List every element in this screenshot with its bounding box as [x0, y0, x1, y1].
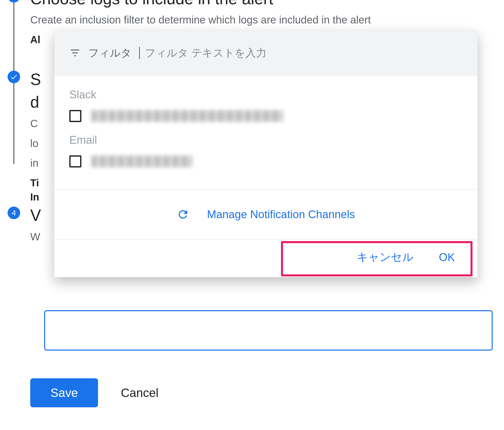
email-channel-redacted-label	[91, 156, 192, 167]
step-1-desc: Create an inclusion filter to determine …	[30, 13, 496, 27]
selection-outline	[44, 310, 493, 351]
notification-channels-modal: フィルタ Slack Email Manage Notification Cha…	[54, 30, 478, 277]
email-channel-row	[69, 155, 462, 167]
step-1-checkmark-icon	[8, 0, 20, 3]
step-1-title: Choose logs to include in the alert	[30, 0, 496, 8]
section-slack-header: Slack	[69, 88, 462, 101]
filter-input[interactable]	[139, 47, 462, 59]
modal-cancel-button[interactable]: キャンセル	[357, 250, 414, 265]
filter-icon	[69, 47, 81, 59]
step-2-checkmark-icon	[8, 71, 20, 83]
slack-channel-redacted-label	[91, 110, 283, 122]
step-4-number: 4	[8, 207, 20, 219]
refresh-icon[interactable]	[177, 208, 189, 221]
email-channel-checkbox[interactable]	[69, 155, 81, 167]
save-button[interactable]: Save	[30, 378, 98, 407]
manage-notification-channels-link[interactable]: Manage Notification Channels	[207, 208, 355, 221]
cancel-button[interactable]: Cancel	[121, 386, 158, 400]
slack-channel-row	[69, 110, 462, 122]
section-email-header: Email	[69, 134, 462, 146]
slack-channel-checkbox[interactable]	[69, 110, 81, 122]
filter-label: フィルタ	[88, 46, 132, 60]
modal-ok-button[interactable]: OK	[439, 251, 455, 264]
